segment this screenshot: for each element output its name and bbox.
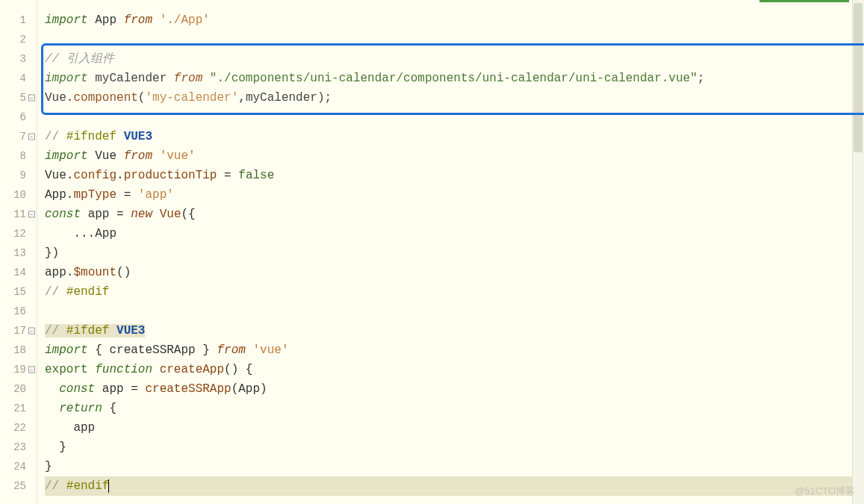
code-line[interactable]: ...App	[45, 224, 864, 243]
line-number: 6	[0, 108, 37, 127]
line-number: 13	[0, 243, 37, 263]
code-line[interactable]: Vue.config.productionTip = false	[45, 166, 864, 185]
scrollbar-thumb[interactable]	[854, 3, 863, 152]
code-line[interactable]: const app = new Vue({	[45, 205, 864, 224]
line-number-gutter: 1 2 3 4 5− 6 7− 8 9 10 11− 12 13 14 15 1…	[0, 0, 37, 504]
code-line[interactable]: // 引入组件	[45, 49, 864, 69]
code-line[interactable]: app	[45, 418, 864, 438]
code-line[interactable]: import { createSSRApp } from 'vue'	[45, 340, 864, 360]
fold-toggle-icon[interactable]: −	[28, 95, 35, 102]
line-number: 20	[0, 379, 37, 399]
line-number: 10	[0, 185, 37, 205]
line-number: 8	[0, 146, 37, 166]
line-number: 11−	[0, 205, 37, 224]
fold-toggle-icon[interactable]: −	[28, 367, 35, 373]
watermark: @51CTO博客	[795, 485, 855, 498]
line-number: 15	[0, 282, 37, 302]
code-line[interactable]: app.$mount()	[45, 263, 864, 282]
line-number: 25	[0, 476, 37, 496]
fold-toggle-icon[interactable]: −	[28, 328, 35, 335]
line-number: 14	[0, 263, 37, 282]
line-number: 3	[0, 49, 37, 69]
line-number: 19−	[0, 360, 37, 379]
code-line-current[interactable]: // #endif	[45, 476, 864, 496]
code-line[interactable]	[45, 30, 864, 49]
line-number: 22	[0, 418, 37, 438]
line-number: 23	[0, 438, 37, 457]
code-line[interactable]: // #ifdef VUE3	[45, 321, 864, 340]
code-line[interactable]: // #ifndef VUE3	[45, 127, 864, 146]
line-number: 17−	[0, 321, 37, 340]
code-line[interactable]: Vue.component('my-calender',myCalender);	[45, 88, 864, 108]
scrollbar-vertical[interactable]	[852, 0, 864, 504]
fold-toggle-icon[interactable]: −	[28, 211, 35, 218]
code-line[interactable]: return {	[45, 399, 864, 418]
code-line[interactable]	[45, 108, 864, 127]
code-line[interactable]: import App from './App'	[45, 10, 864, 30]
text-cursor	[108, 479, 109, 493]
line-number: 1	[0, 10, 37, 30]
line-number: 4	[0, 69, 37, 88]
line-number: 2	[0, 30, 37, 49]
code-line[interactable]: import myCalender from "./components/uni…	[45, 69, 864, 88]
line-number: 24	[0, 457, 37, 476]
code-line[interactable]: }	[45, 457, 864, 476]
code-content[interactable]: import App from './App' // 引入组件 import m…	[37, 0, 864, 504]
code-line[interactable]: const app = createSSRApp(App)	[45, 379, 864, 399]
fold-toggle-icon[interactable]: −	[28, 134, 35, 140]
code-line[interactable]	[45, 302, 864, 321]
code-line[interactable]: })	[45, 243, 864, 263]
line-number: 21	[0, 399, 37, 418]
code-line[interactable]: // #endif	[45, 282, 864, 302]
code-line[interactable]: import Vue from 'vue'	[45, 146, 864, 166]
line-number: 18	[0, 340, 37, 360]
line-number: 12	[0, 224, 37, 243]
code-line[interactable]: }	[45, 438, 864, 457]
code-line[interactable]: App.mpType = 'app'	[45, 185, 864, 205]
line-number: 7−	[0, 127, 37, 146]
code-editor: 1 2 3 4 5− 6 7− 8 9 10 11− 12 13 14 15 1…	[0, 0, 864, 504]
line-number: 5−	[0, 88, 37, 108]
line-number: 16	[0, 302, 37, 321]
line-number: 9	[0, 166, 37, 185]
code-line[interactable]: export function createApp() {	[45, 360, 864, 379]
